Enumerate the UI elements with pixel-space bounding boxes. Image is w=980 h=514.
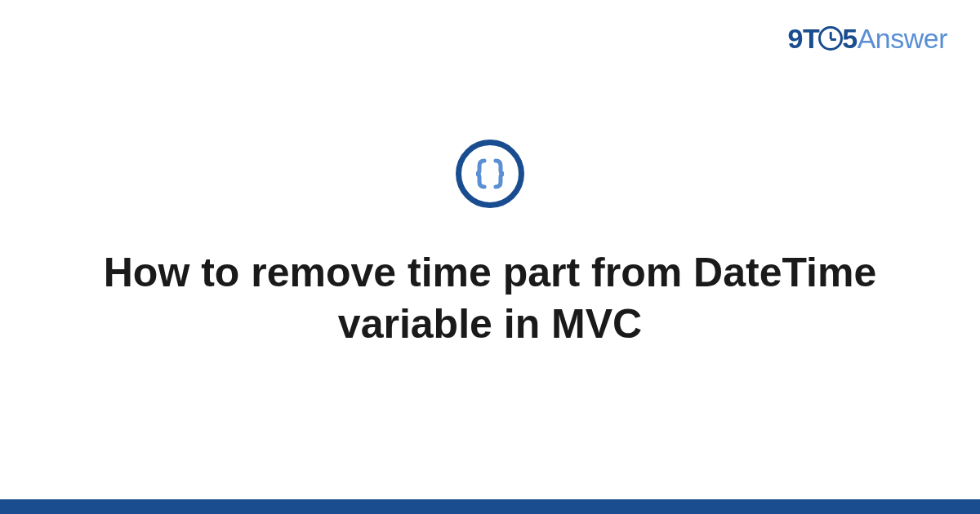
- logo-text-answer: Answer: [858, 23, 947, 54]
- footer-bar: [0, 499, 980, 514]
- code-braces-icon: [456, 140, 524, 208]
- main-content: How to remove time part from DateTime va…: [0, 140, 980, 349]
- logo-text-5: 5: [842, 23, 857, 54]
- logo-text-9t: 9T: [788, 23, 820, 54]
- clock-icon: [818, 26, 843, 51]
- page-title: How to remove time part from DateTime va…: [0, 247, 980, 349]
- site-logo: 9T5Answer: [788, 23, 947, 55]
